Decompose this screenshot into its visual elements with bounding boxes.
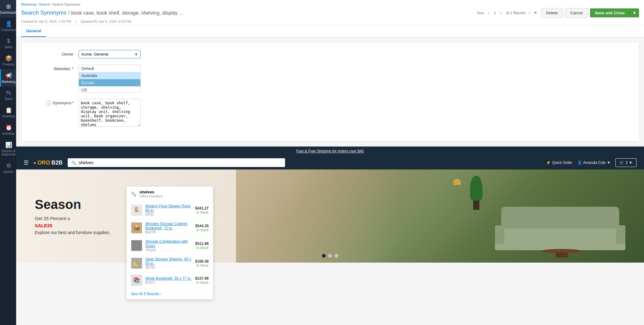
cart-button[interactable]: 🛒 3 ▼ bbox=[615, 158, 637, 167]
item-sku-2: 7NQ22 bbox=[145, 248, 195, 252]
price-stock-0: In Stock bbox=[195, 210, 209, 214]
tab-bar: General bbox=[16, 25, 644, 37]
synonyms-info-icon[interactable]: i bbox=[46, 101, 51, 106]
pagination-next[interactable]: › bbox=[498, 10, 504, 16]
tab-general[interactable]: General bbox=[21, 25, 46, 37]
breadcrumb: Marketing / Search / Search Synonyms bbox=[21, 0, 639, 7]
websites-required: * bbox=[72, 66, 74, 71]
hamburger-icon[interactable]: ☰ bbox=[24, 159, 29, 166]
sidebar-item-customers[interactable]: 👤 Customers bbox=[0, 17, 16, 35]
dropdown-item-1[interactable]: 📦 Wooden Storage Cabinet, Bookshelf, 72 … bbox=[127, 219, 213, 237]
pagination-controls: First ‹ 1 › of 1 Record ☆ ⚑ bbox=[477, 10, 537, 16]
search-dropdown: 🔍 shelves Office Furniture 🪑 Modern Floo… bbox=[126, 186, 213, 300]
dropdown-category-sub: Office Furniture bbox=[139, 194, 163, 198]
breadcrumb-search[interactable]: Search bbox=[39, 2, 50, 6]
products-icon: 📦 bbox=[5, 55, 12, 62]
dot-2[interactable] bbox=[334, 254, 338, 258]
sidebar-item-sales[interactable]: $ Sales bbox=[0, 35, 16, 52]
bookmark-icon[interactable]: ⚑ bbox=[534, 11, 537, 15]
sidebar-item-products[interactable]: 📦 Products bbox=[0, 52, 16, 69]
sidebar-item-label: Customers bbox=[1, 28, 16, 32]
item-price-1: $544.35 In Stock bbox=[195, 224, 209, 232]
synonyms-textarea[interactable]: book case, book shelf, storage, shelving… bbox=[79, 99, 141, 127]
storefront-search-icon: 🔍 bbox=[71, 160, 76, 165]
price-stock-1: In Stock bbox=[195, 228, 209, 232]
dropdown-item-3[interactable]: 📐 Steel Storage Shelves, 65 x 55 in. 3ET… bbox=[127, 255, 213, 272]
dropdown-item-0[interactable]: 🪑 Modern Floor Display Rack, 66 in. 5IF4… bbox=[127, 201, 213, 219]
item-name-4: White Bookshelf, 35 x 77 in. bbox=[145, 276, 195, 281]
save-close-button[interactable]: Save and Close bbox=[590, 8, 630, 17]
owner-select[interactable]: Acme, General bbox=[79, 50, 141, 58]
storefront-search-box: 🔍 bbox=[68, 158, 285, 167]
hero-light-overlay bbox=[236, 169, 399, 263]
sidebar-item-system[interactable]: ⚙ System bbox=[0, 159, 16, 177]
user-dropdown-icon: ▼ bbox=[607, 160, 611, 165]
see-all-results[interactable]: See All 5 Results › bbox=[127, 289, 213, 299]
websites-listbox[interactable]: Default Australia Europe US Argentina bbox=[79, 65, 141, 93]
dropdown-item-4[interactable]: 📚 White Bookshelf, 35 x 77 in. 8VS71 $12… bbox=[127, 272, 213, 289]
reports-icon: 📊 bbox=[5, 142, 12, 148]
dropdown-category-name: shelves bbox=[139, 190, 163, 194]
synonyms-label-wrap: i Synonyms * bbox=[29, 99, 79, 106]
dot-1[interactable] bbox=[328, 254, 332, 258]
pagination-prev[interactable]: ‹ bbox=[486, 10, 492, 16]
save-close-group: Save and Close ▼ bbox=[590, 8, 639, 17]
quick-order-icon: ⚡ bbox=[546, 160, 551, 165]
carousel-dots bbox=[322, 254, 338, 258]
delete-button[interactable]: Delete bbox=[541, 8, 563, 18]
website-option-europe[interactable]: Europe bbox=[79, 79, 140, 86]
sidebar-item-taxes[interactable]: % Taxes bbox=[0, 87, 16, 104]
sidebar-item-label: Inventory bbox=[2, 115, 15, 118]
sidebar-item-dashboards[interactable]: ⊞ Dashboards bbox=[0, 0, 16, 17]
sidebar-item-reports[interactable]: 📊 Reports & Segments bbox=[0, 138, 16, 159]
website-option-us[interactable]: US bbox=[79, 86, 140, 93]
dropdown-category-row[interactable]: 🔍 shelves Office Furniture bbox=[127, 187, 213, 201]
title-row: Search Synonyms / book case, book shelf,… bbox=[21, 7, 639, 19]
sidebar-item-inventory[interactable]: 📋 Inventory bbox=[0, 104, 16, 121]
action-buttons: Delete Cancel Save and Close ▼ bbox=[541, 8, 639, 18]
content-area: General Owner Acme, General ▼ Websites * bbox=[16, 25, 644, 325]
activities-icon: ⏰ bbox=[5, 124, 12, 131]
breadcrumb-marketing[interactable]: Marketing bbox=[21, 2, 36, 6]
hero-section: Season Get 25 Percent o SALE25 Explore o… bbox=[16, 169, 644, 263]
item-img-1: 📦 bbox=[131, 222, 142, 233]
hero-image bbox=[236, 169, 644, 263]
inventory-icon: 📋 bbox=[5, 107, 12, 114]
item-img-0: 🪑 bbox=[131, 205, 142, 216]
banner-link[interactable]: Fast & Free Shipping for orders over $45 bbox=[296, 149, 364, 153]
lamp-shade bbox=[453, 179, 461, 185]
storefront-logo: ● ORO B2B bbox=[34, 160, 63, 166]
pagination-first[interactable]: First bbox=[477, 11, 483, 15]
page-title: Search Synonyms / book case, book shelf,… bbox=[21, 10, 183, 16]
pagination-total: of 1 Record bbox=[506, 11, 525, 15]
hero-sale: SALE25 bbox=[35, 223, 111, 228]
sidebar-item-label: Products bbox=[2, 63, 15, 66]
sidebar-item-label: Marketing bbox=[2, 80, 16, 84]
storefront-actions: ⚡ Quick Order 👤 Amanda Cole ▼ 🛒 3 ▼ bbox=[546, 158, 637, 167]
dropdown-item-2[interactable]: 🗄 Storage Combination with Doors 7NQ22 $… bbox=[127, 237, 213, 255]
cancel-button[interactable]: Cancel bbox=[565, 8, 588, 18]
sidebar-item-activities[interactable]: ⏰ Activities bbox=[0, 121, 16, 138]
storefront-search-input[interactable] bbox=[79, 160, 281, 165]
dropdown-category-details: shelves Office Furniture bbox=[139, 190, 163, 198]
hero-text: Season Get 25 Percent o SALE25 Explore o… bbox=[16, 185, 129, 247]
item-details-4: White Bookshelf, 35 x 77 in. 8VS71 bbox=[145, 276, 195, 284]
coffee-table-leg bbox=[556, 253, 568, 258]
sidebar-item-marketing[interactable]: 📢 Marketing bbox=[0, 69, 16, 87]
websites-label: Websites * bbox=[29, 65, 79, 71]
star-icon[interactable]: ☆ bbox=[528, 11, 531, 15]
sidebar: ⊞ Dashboards 👤 Customers $ Sales 📦 Produ… bbox=[0, 0, 16, 325]
main-content: Marketing / Search / Search Synonyms Sea… bbox=[16, 0, 644, 325]
save-dropdown-button[interactable]: ▼ bbox=[630, 8, 639, 17]
website-option-default[interactable]: Default bbox=[79, 65, 140, 72]
quick-order-action[interactable]: ⚡ Quick Order bbox=[546, 160, 572, 165]
dot-0[interactable] bbox=[322, 254, 326, 258]
price-amount-2: $511.99 bbox=[195, 241, 209, 246]
user-menu[interactable]: 👤 Amanda Cole ▼ bbox=[577, 160, 611, 165]
synonyms-control: book case, book shelf, storage, shelving… bbox=[79, 99, 141, 128]
price-stock-4: In Stock bbox=[195, 281, 209, 284]
item-sku-1: 8UF78 bbox=[145, 230, 195, 234]
created-at: Created At: Apr 8, 2024, 2:32 PM bbox=[21, 20, 71, 23]
website-option-australia[interactable]: Australia bbox=[79, 72, 140, 79]
user-icon: 👤 bbox=[577, 160, 582, 165]
